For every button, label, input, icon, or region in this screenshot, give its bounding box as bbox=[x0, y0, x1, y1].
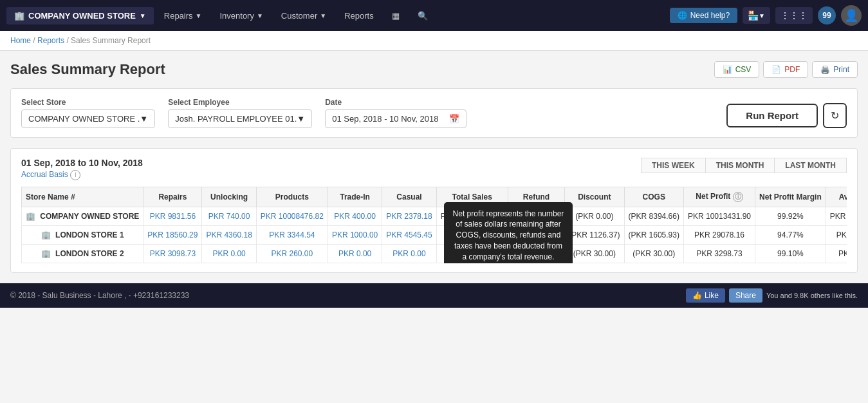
trade-in-link[interactable]: PKR 0.00 bbox=[338, 249, 371, 258]
cogs-cell: (PKR 1605.93) bbox=[624, 225, 683, 244]
breadcrumb-home[interactable]: Home bbox=[10, 36, 31, 45]
net-profit-cell: PKR 10013431.90 bbox=[683, 207, 755, 225]
repairs-link[interactable]: PKR 3098.73 bbox=[150, 249, 196, 258]
repairs-link[interactable]: PKR 9831.56 bbox=[150, 212, 196, 221]
export-pdf-button[interactable]: 📄 PDF bbox=[763, 61, 808, 78]
col-unlocking: Unlocking bbox=[202, 187, 256, 207]
grid-icon: ⋮⋮⋮ bbox=[780, 10, 808, 21]
refresh-icon: ↻ bbox=[831, 110, 839, 121]
avg-sales-cell: PKR 47.31 bbox=[826, 244, 847, 263]
refund-cell: -PKR 3595.00 bbox=[508, 207, 564, 225]
store-select-caret: ▼ bbox=[140, 114, 148, 124]
barcode-icon: ▦ bbox=[392, 11, 400, 21]
employee-filter-group: Select Employee Josh. PAYROLL EMPLOYEE 0… bbox=[168, 98, 312, 128]
nav-item-repairs[interactable]: Repairs ▼ bbox=[156, 7, 210, 24]
products-cell: PKR 10008476.82 bbox=[256, 207, 328, 225]
repairs-cell: PKR 3098.73 bbox=[143, 244, 202, 263]
trade-in-link[interactable]: PKR 400.00 bbox=[334, 212, 376, 221]
net-profit-info-icon[interactable]: ⓘ bbox=[733, 192, 743, 202]
store-name-cell: 🏢 LONDON STORE 1 bbox=[22, 225, 143, 244]
casual-link[interactable]: PKR 4545.45 bbox=[386, 230, 432, 239]
export-csv-button[interactable]: 📊 CSV bbox=[714, 61, 760, 78]
grid-icon-button[interactable]: ⋮⋮⋮ bbox=[775, 7, 813, 24]
col-repairs: Repairs bbox=[143, 187, 202, 207]
page-title: Sales Summary Report bbox=[10, 61, 165, 78]
date-input[interactable]: 01 Sep, 2018 - 10 Nov, 2018 📅 bbox=[325, 109, 466, 128]
inventory-caret: ▼ bbox=[257, 12, 263, 19]
nav-barcode[interactable]: ▦ bbox=[384, 7, 407, 24]
nav-item-customer[interactable]: Customer ▼ bbox=[273, 7, 334, 24]
employee-select[interactable]: Josh. PAYROLL EMPLOYEE 01. ▼ bbox=[168, 109, 312, 128]
nav-item-reports[interactable]: Reports bbox=[337, 7, 382, 24]
report-meta: 01 Sep, 2018 to 10 Nov, 2018 Accrual Bas… bbox=[21, 158, 143, 180]
repairs-cell: PKR 9831.56 bbox=[143, 207, 202, 225]
store-name-cell: 🏢 LONDON STORE 2 bbox=[22, 244, 143, 263]
trade-in-link[interactable]: PKR 1000.00 bbox=[332, 230, 378, 239]
unlocking-link[interactable]: PKR 4360.18 bbox=[206, 230, 252, 239]
refresh-button[interactable]: ↻ bbox=[823, 103, 847, 128]
like-button[interactable]: 👍 Like bbox=[686, 288, 725, 303]
report-area: 01 Sep, 2018 to 10 Nov, 2018 Accrual Bas… bbox=[10, 148, 858, 273]
filters-panel: Select Store COMPANY OWNED STORE . ▼ Sel… bbox=[10, 88, 858, 138]
casual-link[interactable]: PKR 2378.18 bbox=[386, 212, 432, 221]
user-avatar[interactable]: 👤 bbox=[841, 5, 862, 26]
share-button[interactable]: Share bbox=[729, 288, 762, 303]
nav-brand[interactable]: 🏢 COMPANY OWNED STORE ▼ bbox=[6, 7, 154, 24]
trade-in-cell: PKR 1000.00 bbox=[328, 225, 382, 244]
net-profit-cell: PKR 29078.16 bbox=[683, 225, 755, 244]
products-link[interactable]: PKR 260.00 bbox=[272, 249, 313, 258]
store-switcher[interactable]: 🏪 ▼ bbox=[743, 7, 770, 24]
table-row: 🏢 COMPANY OWNED STORE PKR 9831.56 PKR 74… bbox=[22, 207, 847, 225]
casual-link[interactable]: PKR 0.00 bbox=[392, 249, 425, 258]
trade-in-cell: PKR 400.00 bbox=[328, 207, 382, 225]
report-table: Store Name # Repairs Unlocking Products … bbox=[21, 187, 847, 263]
discount-cell: (PKR 0.00) bbox=[565, 207, 624, 225]
navbar: 🏢 COMPANY OWNED STORE ▼ Repairs ▼ Invent… bbox=[0, 0, 868, 31]
cogs-cell: (PKR 8394.66) bbox=[624, 207, 683, 225]
net-profit-margin-cell: 99.10% bbox=[755, 244, 826, 263]
pdf-icon: 📄 bbox=[771, 65, 781, 74]
products-link[interactable]: PKR 10008476.82 bbox=[261, 212, 324, 221]
breadcrumb-current: Sales Summary Report bbox=[71, 36, 151, 45]
refund-cell: -PKR 100.00 bbox=[508, 244, 564, 263]
repairs-link[interactable]: PKR 18560.29 bbox=[147, 230, 198, 239]
run-report-button[interactable]: Run Report bbox=[726, 104, 818, 127]
table-row: 🏢 LONDON STORE 2 PKR 3098.73 PKR 0.00 PK… bbox=[22, 244, 847, 263]
table-header: Store Name # Repairs Unlocking Products … bbox=[22, 187, 847, 207]
employee-filter-label: Select Employee bbox=[168, 98, 312, 107]
notification-badge[interactable]: 99 bbox=[818, 6, 836, 24]
search-icon: 🔍 bbox=[418, 11, 428, 21]
date-filter-label: Date bbox=[325, 98, 466, 107]
trade-in-cell: PKR 0.00 bbox=[328, 244, 382, 263]
discount-cell: (PKR 30.00) bbox=[565, 244, 624, 263]
store-filter-label: Select Store bbox=[21, 98, 155, 107]
accrual-link[interactable]: Accrual Basis bbox=[21, 170, 68, 179]
period-tab-last-month[interactable]: LAST MONTH bbox=[775, 158, 847, 173]
casual-cell: PKR 2378.18 bbox=[382, 207, 436, 225]
col-cogs: COGS bbox=[624, 187, 683, 207]
calendar-icon: 📅 bbox=[449, 114, 459, 124]
nav-right: 🌐 Need help? 🏪 ▼ ⋮⋮⋮ 99 👤 bbox=[670, 5, 862, 26]
print-button[interactable]: 🖨️ Print bbox=[812, 61, 858, 78]
casual-cell: PKR 0.00 bbox=[382, 244, 436, 263]
unlocking-link[interactable]: PKR 0.00 bbox=[212, 249, 245, 258]
avg-sales-cell: PKR 448.03 bbox=[826, 225, 847, 244]
nav-search[interactable]: 🔍 bbox=[410, 7, 436, 24]
period-tab-this-week[interactable]: THIS WEEK bbox=[641, 158, 706, 173]
casual-cell: PKR 4545.45 bbox=[382, 225, 436, 244]
period-tab-this-month[interactable]: THIS MONTH bbox=[706, 158, 775, 173]
like-icon: 👍 bbox=[692, 291, 702, 300]
cogs-cell: (PKR 30.00) bbox=[624, 244, 683, 263]
col-store-name: Store Name # bbox=[22, 187, 143, 207]
breadcrumb-reports[interactable]: Reports bbox=[37, 36, 64, 45]
accrual-info-icon[interactable]: i bbox=[70, 170, 80, 180]
store-select[interactable]: COMPANY OWNED STORE . ▼ bbox=[21, 109, 155, 128]
products-link[interactable]: PKR 3344.54 bbox=[269, 230, 315, 239]
help-button[interactable]: 🌐 Need help? bbox=[670, 8, 737, 23]
page-header: Sales Summary Report 📊 CSV 📄 PDF 🖨️ Prin… bbox=[10, 61, 858, 78]
unlocking-link[interactable]: PKR 740.00 bbox=[208, 212, 250, 221]
footer-copyright: © 2018 - Salu Business - Lahore , - +923… bbox=[10, 291, 189, 300]
products-cell: PKR 3344.54 bbox=[256, 225, 328, 244]
nav-item-inventory[interactable]: Inventory ▼ bbox=[212, 7, 270, 24]
net-profit-margin-cell: 99.92% bbox=[755, 207, 826, 225]
